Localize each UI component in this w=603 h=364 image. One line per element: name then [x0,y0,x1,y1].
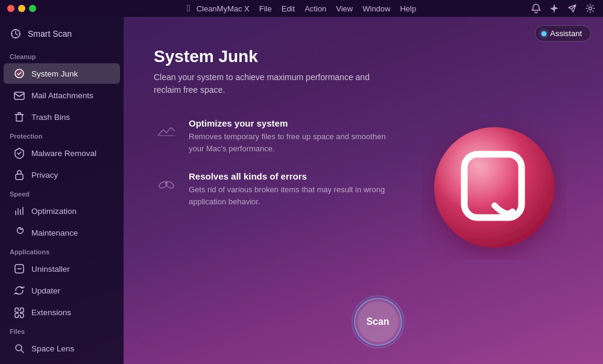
traffic-lights [7,5,36,12]
optimize-icon-wrap [154,118,179,143]
main-content: Assistant System Junk Clean your system … [124,17,603,364]
scan-button-inner: Scan [358,301,399,342]
uninstaller-icon [13,263,25,275]
maximize-button[interactable] [29,5,36,12]
close-button[interactable] [7,5,14,12]
sidebar-item-privacy[interactable]: Privacy [4,165,120,185]
scan-label: Scan [366,316,389,327]
maintenance-label: Maintenance [31,228,78,237]
svg-rect-3 [14,92,24,99]
feature-optimize-desc: Removes temporary files to free up space… [189,131,394,154]
privacy-icon [13,169,25,181]
scan-button[interactable]: Scan [354,298,402,346]
app-body: Smart Scan Cleanup System Junk Mail Atta… [0,17,603,364]
assistant-button[interactable]: Assistant [535,25,591,42]
malware-icon [13,147,25,159]
apple-icon:  [187,3,191,14]
section-cleanup: Cleanup [0,48,124,63]
menu-action[interactable]: Action [305,4,326,13]
menu-view[interactable]: View [336,4,353,13]
menu-file[interactable]: File [259,4,272,13]
menu-edit[interactable]: Edit [282,4,295,13]
smart-scan-icon [10,28,22,40]
feature-optimize-text: Optimizes your system Removes temporary … [189,118,394,154]
section-protection: Protection [0,128,124,142]
sidebar-item-optimization[interactable]: Optimization [4,201,120,221]
feature-optimize-title: Optimizes your system [189,118,394,128]
errors-icon-wrap [154,171,179,196]
scan-button-wrap: Scan [354,298,402,346]
sidebar-item-smart-scan[interactable]: Smart Scan [0,22,124,46]
sidebar-item-uninstaller[interactable]: Uninstaller [4,259,120,279]
sidebar: Smart Scan Cleanup System Junk Mail Atta… [0,17,124,364]
assistant-label: Assistant [550,29,582,38]
titlebar:  CleanMyMac X File Edit Action View Win… [0,0,603,17]
sidebar-item-large-old-files[interactable]: Large & Old Files [4,360,120,364]
extensions-icon [13,306,25,318]
menu-help[interactable]: Help [400,4,416,13]
svg-point-0 [589,7,592,10]
settings-icon[interactable] [585,3,596,14]
feature-errors-text: Resolves all kinds of errors Gets rid of… [189,171,394,207]
svg-rect-8 [16,174,23,180]
sidebar-item-updater[interactable]: Updater [4,280,120,301]
send-icon[interactable] [567,3,578,14]
privacy-label: Privacy [31,171,58,180]
svg-point-25 [434,127,555,248]
space-lens-icon [13,342,25,354]
optimization-label: Optimization [31,207,77,216]
uninstaller-label: Uninstaller [31,265,70,274]
titlebar-left [7,5,36,12]
sidebar-item-maintenance[interactable]: Maintenance [4,222,120,243]
titlebar-center:  CleanMyMac X File Edit Action View Win… [187,3,416,14]
page-title: System Junk [154,47,573,66]
sidebar-item-extensions[interactable]: Extensions [4,302,120,322]
section-applications: Applications [0,243,124,258]
sparkle-icon[interactable] [549,3,560,14]
system-junk-icon [13,67,25,80]
updater-icon [13,284,25,297]
mail-icon [13,89,25,101]
feature-errors-desc: Gets rid of various broken items that ma… [189,184,394,207]
hero-icon [422,118,567,263]
menu-window[interactable]: Window [362,4,390,13]
maintenance-icon [13,227,25,239]
svg-rect-21 [159,135,175,136]
menu-item-appname[interactable]: CleanMyMac X [197,4,250,13]
mail-attachments-label: Mail Attachments [31,91,93,100]
malware-removal-label: Malware Removal [31,149,96,158]
titlebar-right [531,3,596,14]
updater-label: Updater [31,286,60,295]
section-speed: Speed [0,186,124,200]
section-files: Files [0,323,124,337]
minimize-button[interactable] [18,5,25,12]
sidebar-item-system-junk[interactable]: System Junk [4,63,120,84]
trash-icon [13,111,25,123]
sidebar-item-malware-removal[interactable]: Malware Removal [4,143,120,163]
system-junk-label: System Junk [31,69,78,78]
extensions-label: Extensions [31,308,71,317]
feature-errors-title: Resolves all kinds of errors [189,171,394,181]
svg-line-16 [21,350,24,353]
smart-scan-label: Smart Scan [28,29,72,39]
page-subtitle: Clean your system to achieve maximum per… [154,71,383,96]
sidebar-item-mail-attachments[interactable]: Mail Attachments [4,85,120,105]
optimization-icon [13,205,25,217]
trash-bins-label: Trash Bins [31,113,70,122]
sidebar-item-space-lens[interactable]: Space Lens [4,338,120,359]
assistant-dot [541,31,546,36]
notification-icon[interactable] [531,3,541,14]
sidebar-item-trash-bins[interactable]: Trash Bins [4,107,120,127]
space-lens-label: Space Lens [31,344,74,353]
